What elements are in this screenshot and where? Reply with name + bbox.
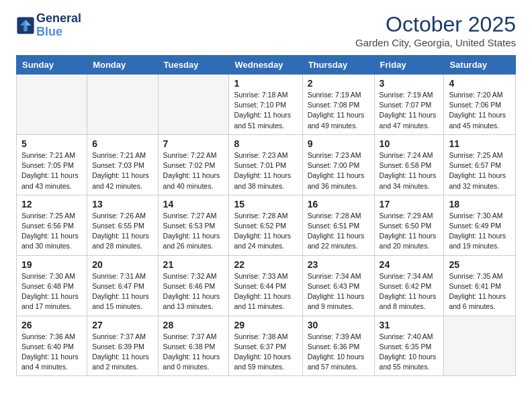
cal-cell: 29Sunrise: 7:38 AMSunset: 6:37 PMDayligh… xyxy=(229,316,302,376)
header: General Blue October 2025 Garden City, G… xyxy=(16,12,516,48)
cell-content: Sunrise: 7:37 AMSunset: 6:39 PMDaylight:… xyxy=(92,332,152,373)
page: General Blue October 2025 Garden City, G… xyxy=(0,0,532,388)
location-subtitle: Garden City, Georgia, United States xyxy=(355,37,516,48)
cell-content: Sunrise: 7:36 AMSunset: 6:40 PMDaylight:… xyxy=(21,332,82,373)
date-number: 31 xyxy=(380,320,439,330)
cell-content: Sunrise: 7:25 AMSunset: 6:56 PMDaylight:… xyxy=(21,211,82,252)
cal-cell: 17Sunrise: 7:29 AMSunset: 6:50 PMDayligh… xyxy=(374,195,444,255)
date-number: 19 xyxy=(21,259,82,270)
cell-content: Sunrise: 7:40 AMSunset: 6:35 PMDaylight:… xyxy=(380,332,439,373)
cell-content: Sunrise: 7:33 AMSunset: 6:44 PMDaylight:… xyxy=(234,271,297,312)
cal-cell: 24Sunrise: 7:34 AMSunset: 6:42 PMDayligh… xyxy=(374,255,444,316)
cal-cell: 16Sunrise: 7:28 AMSunset: 6:51 PMDayligh… xyxy=(302,195,374,255)
cal-cell: 2Sunrise: 7:19 AMSunset: 7:08 PMDaylight… xyxy=(302,75,374,135)
date-number: 1 xyxy=(234,78,297,89)
date-number: 15 xyxy=(234,199,297,210)
cal-cell: 14Sunrise: 7:27 AMSunset: 6:53 PMDayligh… xyxy=(158,195,229,255)
date-number: 24 xyxy=(380,259,439,270)
date-number: 20 xyxy=(92,259,152,270)
cal-cell: 27Sunrise: 7:37 AMSunset: 6:39 PMDayligh… xyxy=(87,316,158,376)
cal-cell: 5Sunrise: 7:21 AMSunset: 7:05 PMDaylight… xyxy=(17,134,87,195)
date-number: 29 xyxy=(234,320,297,330)
title-section: October 2025 Garden City, Georgia, Unite… xyxy=(355,12,516,48)
date-number: 7 xyxy=(163,138,224,149)
weekday-header-sunday: Sunday xyxy=(17,56,87,75)
cal-cell: 22Sunrise: 7:33 AMSunset: 6:44 PMDayligh… xyxy=(229,255,302,316)
cal-cell: 8Sunrise: 7:23 AMSunset: 7:01 PMDaylight… xyxy=(229,134,302,195)
cal-cell xyxy=(444,316,516,376)
cell-content: Sunrise: 7:31 AMSunset: 6:47 PMDaylight:… xyxy=(92,271,152,312)
cal-cell: 15Sunrise: 7:28 AMSunset: 6:52 PMDayligh… xyxy=(229,195,302,255)
date-number: 27 xyxy=(92,320,152,330)
cal-cell: 4Sunrise: 7:20 AMSunset: 7:06 PMDaylight… xyxy=(444,75,516,135)
week-row-1: 1Sunrise: 7:18 AMSunset: 7:10 PMDaylight… xyxy=(17,75,516,135)
date-number: 2 xyxy=(308,78,369,89)
cal-cell: 21Sunrise: 7:32 AMSunset: 6:46 PMDayligh… xyxy=(158,255,229,316)
date-number: 11 xyxy=(449,138,511,149)
cell-content: Sunrise: 7:38 AMSunset: 6:37 PMDaylight:… xyxy=(234,332,297,373)
cal-cell: 13Sunrise: 7:26 AMSunset: 6:55 PMDayligh… xyxy=(87,195,158,255)
logo: General Blue xyxy=(16,12,81,39)
calendar-table: SundayMondayTuesdayWednesdayThursdayFrid… xyxy=(16,55,516,376)
date-number: 22 xyxy=(234,259,297,270)
date-number: 3 xyxy=(380,78,439,89)
cal-cell: 11Sunrise: 7:25 AMSunset: 6:57 PMDayligh… xyxy=(444,134,516,195)
date-number: 17 xyxy=(380,199,439,210)
cell-content: Sunrise: 7:25 AMSunset: 6:57 PMDaylight:… xyxy=(449,150,511,191)
cell-content: Sunrise: 7:24 AMSunset: 6:58 PMDaylight:… xyxy=(380,150,439,191)
date-number: 25 xyxy=(449,259,511,270)
date-number: 14 xyxy=(163,199,224,210)
cal-cell: 26Sunrise: 7:36 AMSunset: 6:40 PMDayligh… xyxy=(17,316,87,376)
cell-content: Sunrise: 7:23 AMSunset: 7:01 PMDaylight:… xyxy=(234,150,297,191)
cell-content: Sunrise: 7:34 AMSunset: 6:42 PMDaylight:… xyxy=(380,271,439,312)
cal-cell: 28Sunrise: 7:37 AMSunset: 6:38 PMDayligh… xyxy=(158,316,229,376)
cell-content: Sunrise: 7:20 AMSunset: 7:06 PMDaylight:… xyxy=(449,90,511,131)
cell-content: Sunrise: 7:26 AMSunset: 6:55 PMDaylight:… xyxy=(92,211,152,252)
weekday-header-saturday: Saturday xyxy=(444,56,516,75)
date-number: 23 xyxy=(308,259,369,270)
week-row-4: 19Sunrise: 7:30 AMSunset: 6:48 PMDayligh… xyxy=(17,255,516,316)
cell-content: Sunrise: 7:30 AMSunset: 6:49 PMDaylight:… xyxy=(449,211,511,252)
date-number: 6 xyxy=(92,138,152,149)
cal-cell xyxy=(158,75,229,135)
cal-cell: 9Sunrise: 7:23 AMSunset: 7:00 PMDaylight… xyxy=(302,134,374,195)
date-number: 26 xyxy=(21,320,82,330)
date-number: 12 xyxy=(21,199,82,210)
cell-content: Sunrise: 7:32 AMSunset: 6:46 PMDaylight:… xyxy=(163,271,224,312)
cal-cell xyxy=(87,75,158,135)
cell-content: Sunrise: 7:37 AMSunset: 6:38 PMDaylight:… xyxy=(163,332,224,373)
week-row-3: 12Sunrise: 7:25 AMSunset: 6:56 PMDayligh… xyxy=(17,195,516,255)
weekday-header-monday: Monday xyxy=(87,56,158,75)
cal-cell: 3Sunrise: 7:19 AMSunset: 7:07 PMDaylight… xyxy=(374,75,444,135)
cell-content: Sunrise: 7:22 AMSunset: 7:02 PMDaylight:… xyxy=(163,150,224,191)
cell-content: Sunrise: 7:21 AMSunset: 7:05 PMDaylight:… xyxy=(21,150,82,191)
date-number: 16 xyxy=(308,199,369,210)
cell-content: Sunrise: 7:18 AMSunset: 7:10 PMDaylight:… xyxy=(234,90,297,131)
cell-content: Sunrise: 7:23 AMSunset: 7:00 PMDaylight:… xyxy=(308,150,369,191)
cell-content: Sunrise: 7:28 AMSunset: 6:51 PMDaylight:… xyxy=(308,211,369,252)
date-number: 8 xyxy=(234,138,297,149)
cell-content: Sunrise: 7:35 AMSunset: 6:41 PMDaylight:… xyxy=(449,271,511,312)
cal-cell: 23Sunrise: 7:34 AMSunset: 6:43 PMDayligh… xyxy=(302,255,374,316)
cell-content: Sunrise: 7:19 AMSunset: 7:07 PMDaylight:… xyxy=(380,90,439,131)
cal-cell: 25Sunrise: 7:35 AMSunset: 6:41 PMDayligh… xyxy=(444,255,516,316)
cal-cell: 12Sunrise: 7:25 AMSunset: 6:56 PMDayligh… xyxy=(17,195,87,255)
cell-content: Sunrise: 7:39 AMSunset: 6:36 PMDaylight:… xyxy=(308,332,369,373)
cell-content: Sunrise: 7:28 AMSunset: 6:52 PMDaylight:… xyxy=(234,211,297,252)
week-row-2: 5Sunrise: 7:21 AMSunset: 7:05 PMDaylight… xyxy=(17,134,516,195)
cal-cell: 7Sunrise: 7:22 AMSunset: 7:02 PMDaylight… xyxy=(158,134,229,195)
cal-cell: 20Sunrise: 7:31 AMSunset: 6:47 PMDayligh… xyxy=(87,255,158,316)
date-number: 18 xyxy=(449,199,511,210)
cell-content: Sunrise: 7:19 AMSunset: 7:08 PMDaylight:… xyxy=(308,90,369,131)
cal-cell: 30Sunrise: 7:39 AMSunset: 6:36 PMDayligh… xyxy=(302,316,374,376)
cell-content: Sunrise: 7:21 AMSunset: 7:03 PMDaylight:… xyxy=(92,150,152,191)
cell-content: Sunrise: 7:29 AMSunset: 6:50 PMDaylight:… xyxy=(380,211,439,252)
cell-content: Sunrise: 7:27 AMSunset: 6:53 PMDaylight:… xyxy=(163,211,224,252)
cal-cell: 6Sunrise: 7:21 AMSunset: 7:03 PMDaylight… xyxy=(87,134,158,195)
date-number: 30 xyxy=(308,320,369,330)
weekday-header-wednesday: Wednesday xyxy=(229,56,302,75)
cell-content: Sunrise: 7:30 AMSunset: 6:48 PMDaylight:… xyxy=(21,271,82,312)
weekday-header-thursday: Thursday xyxy=(302,56,374,75)
cal-cell: 10Sunrise: 7:24 AMSunset: 6:58 PMDayligh… xyxy=(374,134,444,195)
date-number: 13 xyxy=(92,199,152,210)
